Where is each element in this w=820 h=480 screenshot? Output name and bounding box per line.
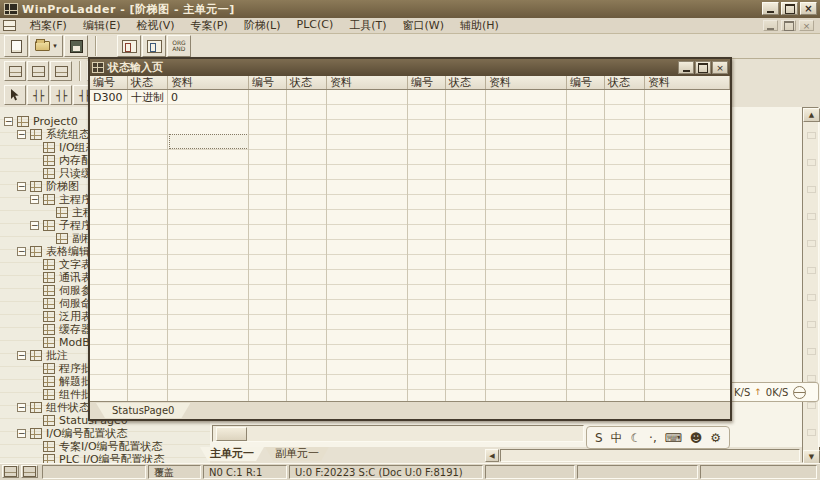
winproladder-window: WinProLadder - [阶梯图 - 主单元一] × 档案(F)编辑(E)… bbox=[0, 0, 820, 480]
cell-register-no[interactable]: D300 bbox=[93, 91, 122, 104]
tree-item-label: 表格编辑 bbox=[46, 246, 90, 258]
tree-expander-icon[interactable]: − bbox=[17, 130, 26, 139]
tree-expander-icon[interactable]: − bbox=[17, 429, 26, 438]
open-dropdown-icon[interactable]: ▾ bbox=[53, 42, 57, 50]
io-config-icon bbox=[43, 142, 55, 153]
tab-scroll-left-button[interactable]: ◀ bbox=[485, 449, 499, 462]
tree-item-plc-io-status[interactable]: PLC I/O编号配置状态 bbox=[0, 453, 210, 463]
scroll-down-button[interactable]: ▼ bbox=[803, 450, 820, 464]
column-header-status[interactable]: 状态 bbox=[287, 76, 327, 89]
scrollbar-mark bbox=[807, 375, 816, 382]
column-header-no[interactable]: 编号 bbox=[249, 76, 287, 89]
column-header-status[interactable]: 状态 bbox=[128, 76, 168, 89]
menu-item-6[interactable]: PLC(C) bbox=[289, 17, 342, 34]
scrollbar-mark bbox=[807, 240, 816, 247]
menu-item-9[interactable]: 辅助(H) bbox=[452, 17, 507, 34]
tree-expander-icon[interactable]: − bbox=[30, 221, 39, 230]
doc-tabs: 主单元一副单元一 bbox=[200, 447, 500, 463]
child-restore-button[interactable] bbox=[781, 20, 796, 31]
tree-expander-icon[interactable]: − bbox=[17, 351, 26, 360]
cell-display-status[interactable]: 十进制 bbox=[131, 91, 164, 104]
tree-expander-icon[interactable]: − bbox=[17, 247, 26, 256]
menubar: 档案(F)编辑(E)检视(V)专案(P)阶梯(L)PLC(C)工具(T)窗口(W… bbox=[0, 18, 820, 34]
io-number-status-icon bbox=[30, 428, 42, 439]
grid-body[interactable]: D300十进制0 bbox=[90, 90, 730, 401]
contact-a-button[interactable]: ┤├ bbox=[27, 85, 49, 105]
dialog-titlebar[interactable]: 状态输入页 × bbox=[90, 59, 730, 76]
tree-expander-icon[interactable]: − bbox=[17, 182, 26, 191]
ime-user-icon[interactable]: ☻ bbox=[690, 431, 703, 445]
restore-button[interactable] bbox=[781, 2, 798, 15]
ime-punctuation-icon[interactable]: ·, bbox=[649, 431, 657, 445]
cell-data-value[interactable]: 0 bbox=[171, 91, 178, 104]
project-view-icon bbox=[4, 466, 17, 477]
close-button[interactable]: × bbox=[800, 2, 817, 15]
tree-item-project-io-status[interactable]: 专案I/O编号配置状态 bbox=[0, 440, 210, 453]
tree-expander-icon[interactable]: − bbox=[30, 195, 39, 204]
dialog-close-button[interactable]: × bbox=[712, 61, 728, 74]
save-project-button[interactable] bbox=[64, 35, 88, 57]
tree-expander-icon[interactable]: − bbox=[4, 117, 13, 126]
memory-config-icon bbox=[43, 155, 55, 166]
system-config-button[interactable] bbox=[4, 61, 26, 81]
focused-cell[interactable] bbox=[169, 134, 249, 149]
menu-item-3[interactable]: 检视(V) bbox=[128, 17, 182, 34]
child-close-button[interactable]: × bbox=[799, 20, 814, 31]
ladder-horizontal-scrollbar[interactable] bbox=[500, 449, 800, 462]
status-page-tab[interactable]: StatusPage0 bbox=[96, 403, 190, 418]
network-comment-icon bbox=[43, 376, 55, 387]
column-header-data[interactable]: 资料 bbox=[168, 76, 249, 89]
tree-expander-icon[interactable]: − bbox=[17, 403, 26, 412]
save-floppy-icon bbox=[70, 40, 83, 53]
select-pointer-button[interactable] bbox=[4, 85, 26, 105]
ladder-view-toggle-button[interactable] bbox=[21, 465, 38, 478]
ladder-vertical-scrollbar[interactable]: ▲ ▼ bbox=[802, 107, 819, 463]
memory-config-button[interactable] bbox=[27, 61, 49, 81]
menu-item-2[interactable]: 编辑(E) bbox=[75, 17, 129, 34]
grid-column-line bbox=[644, 90, 645, 401]
minimize-button[interactable] bbox=[762, 2, 779, 15]
memory-config-icon bbox=[32, 66, 45, 77]
tree-horizontal-scrollbar[interactable] bbox=[212, 425, 584, 442]
column-header-data[interactable]: 资料 bbox=[486, 76, 567, 89]
menu-item-1[interactable]: 档案(F) bbox=[22, 17, 75, 34]
column-header-status[interactable]: 状态 bbox=[446, 76, 486, 89]
column-header-data[interactable]: 资料 bbox=[645, 76, 730, 89]
menu-item-7[interactable]: 工具(T) bbox=[341, 17, 394, 34]
ime-logo-icon[interactable]: S bbox=[595, 431, 603, 445]
restore-icon bbox=[785, 4, 795, 14]
ime-soft-keyboard-icon[interactable]: ⌨ bbox=[665, 431, 682, 445]
scrollbar-mark bbox=[807, 267, 816, 274]
child-minimize-button[interactable] bbox=[763, 20, 778, 31]
scroll-up-button[interactable]: ▲ bbox=[803, 108, 820, 122]
ime-tools-icon[interactable]: ⚙ bbox=[710, 431, 721, 445]
doc-tab-2[interactable]: 副单元一 bbox=[265, 447, 329, 461]
doc-tab-1[interactable]: 主单元一 bbox=[200, 447, 264, 461]
menubar-items: 档案(F)编辑(E)检视(V)专案(P)阶梯(L)PLC(C)工具(T)窗口(W… bbox=[22, 17, 507, 34]
menu-item-5[interactable]: 阶梯(L) bbox=[236, 17, 289, 34]
grid-column-line bbox=[566, 90, 567, 401]
project-view-toggle-button[interactable] bbox=[2, 465, 19, 478]
column-header-data[interactable]: 资料 bbox=[327, 76, 408, 89]
column-header-no[interactable]: 编号 bbox=[567, 76, 605, 89]
open-project-button[interactable]: ▾ bbox=[29, 35, 63, 57]
contact-b-button[interactable]: ┤├ bbox=[50, 85, 72, 105]
window-title: WinProLadder - [阶梯图 - 主单元一] bbox=[22, 2, 235, 17]
org-and-instruction-button[interactable]: ORG AND bbox=[167, 35, 191, 57]
ladder-monitor-button[interactable] bbox=[117, 35, 141, 57]
column-header-no[interactable]: 编号 bbox=[408, 76, 446, 89]
dialog-maximize-button[interactable] bbox=[695, 61, 711, 74]
mdi-child-icon[interactable] bbox=[3, 20, 16, 31]
column-header-status[interactable]: 状态 bbox=[605, 76, 645, 89]
tree-item-io-number-status[interactable]: −I/O编号配置状态 bbox=[0, 427, 210, 440]
menu-item-4[interactable]: 专案(P) bbox=[183, 17, 236, 34]
ime-half-full-moon-icon[interactable]: ☾ bbox=[630, 431, 641, 445]
h-scroll-thumb[interactable] bbox=[216, 427, 247, 441]
ladder-edit-button[interactable] bbox=[142, 35, 166, 57]
column-header-no[interactable]: 编号 bbox=[90, 76, 128, 89]
new-project-button[interactable] bbox=[4, 35, 28, 57]
dialog-minimize-button[interactable] bbox=[678, 61, 694, 74]
readonly-register-button[interactable] bbox=[50, 61, 72, 81]
menu-item-8[interactable]: 窗口(W) bbox=[395, 17, 452, 34]
ime-chinese-mode-icon[interactable]: 中 bbox=[610, 431, 622, 445]
